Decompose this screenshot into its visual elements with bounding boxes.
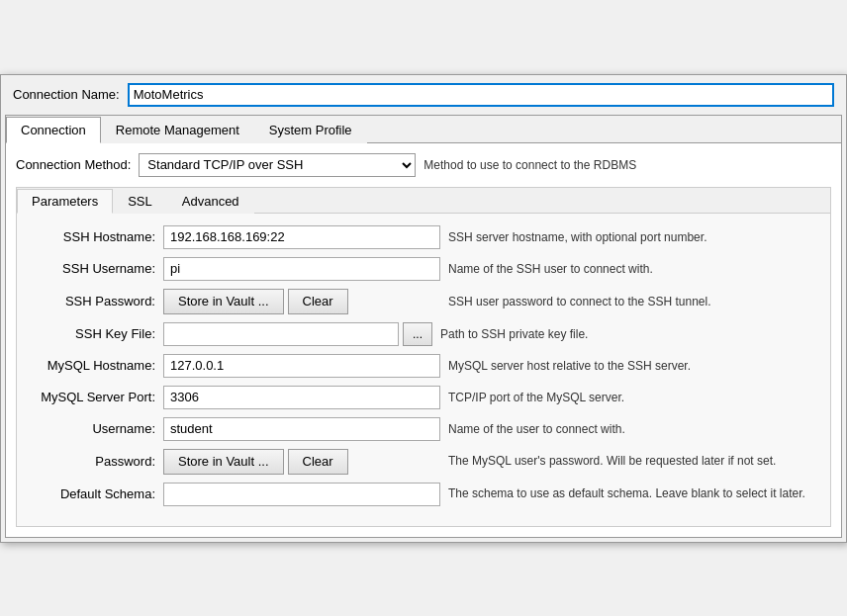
store-vault-button[interactable]: Store in Vault ... (163, 449, 284, 475)
ssh-password-desc: SSH user password to connect to the SSH … (448, 295, 820, 308)
ssh-key-file-desc: Path to SSH private key file. (440, 327, 820, 341)
mysql-hostname-input[interactable] (163, 354, 440, 378)
mysql-port-desc: TCP/IP port of the MySQL server. (448, 391, 820, 404)
username-label: Username: (27, 421, 155, 436)
mysql-port-row: MySQL Server Port: TCP/IP port of the My… (27, 386, 820, 409)
ssh-password-label: SSH Password: (27, 294, 155, 308)
connection-name-row: Connection Name: (1, 75, 846, 115)
connection-name-label: Connection Name: (13, 87, 120, 102)
mysql-port-label: MySQL Server Port: (27, 390, 155, 404)
default-schema-label: Default Schema: (27, 486, 155, 501)
mysql-hostname-desc: MySQL server host relative to the SSH se… (448, 359, 820, 373)
tab-connection[interactable]: Connection (6, 117, 101, 143)
default-schema-input[interactable] (163, 483, 440, 506)
password-row: Password: Store in Vault ... Clear The M… (27, 449, 820, 475)
ssh-hostname-row: SSH Hostname: SSH server hostname, with … (27, 225, 820, 249)
default-schema-desc: The schema to use as default schema. Lea… (448, 485, 820, 502)
tab-remote-management[interactable]: Remote Management (101, 117, 254, 143)
connection-name-input[interactable] (128, 83, 834, 107)
inner-tabs-container: Parameters SSL Advanced SSH Hostname: SS… (16, 187, 831, 527)
ssh-key-file-label: SSH Key File: (27, 326, 155, 341)
username-row: Username: Name of the user to connect wi… (27, 417, 820, 441)
ssh-hostname-input[interactable] (163, 225, 440, 249)
outer-tab-bar: Connection Remote Management System Prof… (6, 116, 841, 143)
dialog: Connection Name: Connection Remote Manag… (0, 74, 847, 543)
method-label: Connection Method: (16, 157, 131, 172)
mysql-port-input[interactable] (163, 386, 440, 409)
outer-tabs-container: Connection Remote Management System Prof… (5, 115, 842, 538)
mysql-hostname-row: MySQL Hostname: MySQL server host relati… (27, 354, 820, 378)
method-description: Method to use to connect to the RDBMS (424, 158, 636, 172)
tab-advanced[interactable]: Advanced (167, 189, 254, 214)
tab-ssl[interactable]: SSL (113, 189, 167, 214)
method-select[interactable]: Standard TCP/IP over SSH Standard (TCP/I… (139, 153, 416, 177)
ssh-username-input[interactable] (163, 257, 440, 281)
inner-tab-bar: Parameters SSL Advanced (17, 188, 830, 214)
outer-tab-content: Connection Method: Standard TCP/IP over … (6, 143, 841, 537)
tab-system-profile[interactable]: System Profile (254, 117, 367, 143)
ssh-key-file-controls: ... (163, 322, 432, 346)
ssh-password-controls: Store in Vault ... Clear (163, 289, 440, 314)
ssh-store-vault-button[interactable]: Store in Vault ... (163, 289, 284, 314)
password-label: Password: (27, 454, 155, 469)
clear-button[interactable]: Clear (288, 449, 348, 475)
tab-parameters[interactable]: Parameters (17, 189, 113, 214)
default-schema-row: Default Schema: The schema to use as def… (27, 483, 820, 506)
ssh-key-file-row: SSH Key File: ... Path to SSH private ke… (27, 322, 820, 346)
password-controls: Store in Vault ... Clear (163, 449, 440, 475)
parameters-content: SSH Hostname: SSH server hostname, with … (17, 214, 830, 526)
ssh-clear-button[interactable]: Clear (288, 289, 348, 314)
ssh-key-file-browse-button[interactable]: ... (403, 322, 432, 346)
method-row: Connection Method: Standard TCP/IP over … (16, 153, 831, 177)
mysql-hostname-label: MySQL Hostname: (27, 358, 155, 373)
ssh-key-file-input[interactable] (163, 322, 399, 346)
password-desc: The MySQL user's password. Will be reque… (448, 453, 820, 470)
ssh-hostname-label: SSH Hostname: (27, 229, 155, 244)
ssh-password-row: SSH Password: Store in Vault ... Clear S… (27, 289, 820, 314)
username-input[interactable] (163, 417, 440, 441)
ssh-username-row: SSH Username: Name of the SSH user to co… (27, 257, 820, 281)
ssh-hostname-desc: SSH server hostname, with optional port … (448, 230, 820, 244)
username-desc: Name of the user to connect with. (448, 422, 820, 436)
ssh-username-label: SSH Username: (27, 261, 155, 276)
ssh-username-desc: Name of the SSH user to connect with. (448, 262, 820, 276)
